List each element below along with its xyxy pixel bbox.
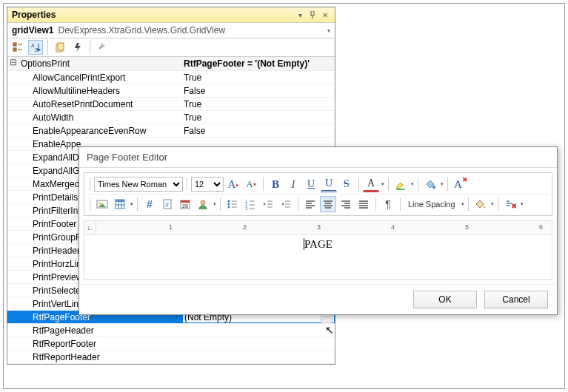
line-spacing-button[interactable]: Line Spacing [404,196,459,212]
insert-image-icon[interactable] [94,196,110,212]
align-justify-icon[interactable] [355,196,372,212]
chevron-down-icon: ▾ [327,27,330,34]
property-row[interactable]: AutoWidthTrue [7,111,335,124]
font-color-icon[interactable]: A [363,176,379,192]
category-row[interactable]: ⊟ OptionsPrint RtfPageFooter = '(Not Emp… [7,57,335,71]
double-underline-icon[interactable]: U [321,176,337,192]
pilcrow-icon[interactable]: ¶ [380,196,396,212]
numbering-icon[interactable]: 123 [242,196,258,212]
property-value[interactable]: True [182,112,335,124]
events-icon[interactable] [70,40,85,55]
pin-icon[interactable] [307,10,318,20]
property-value[interactable]: True [182,72,335,84]
properties-toolbar: AZ [7,38,335,57]
property-value[interactable] [182,330,335,331]
highlight-icon[interactable] [392,176,409,192]
ruler-mark: 1 [169,223,173,231]
ruler-mark: 2 [243,223,247,231]
wrench-icon[interactable] [95,40,110,55]
align-left-icon[interactable] [302,196,318,212]
property-row[interactable]: AllowMultilineHeadersFalse [7,84,335,98]
category-label: OptionsPrint [19,57,182,70]
svg-rect-3 [13,48,16,51]
italic-icon[interactable]: I [285,176,301,192]
font-family-select[interactable]: Times New Roman [94,177,183,192]
editor-content: PAGE [304,238,333,250]
svg-point-66 [483,206,485,209]
svg-marker-12 [75,43,81,52]
close-icon[interactable]: ✕ [320,10,330,20]
svg-marker-46 [281,203,284,206]
strikethrough-icon[interactable]: S [338,176,355,192]
property-value[interactable]: False [182,85,335,97]
property-label: AutoWidth [19,112,182,124]
clear-all-icon[interactable]: ✖ [502,196,518,212]
page-count-icon[interactable]: # [159,196,176,212]
indent-icon[interactable] [278,196,294,212]
property-label: RtfReportFooter [19,338,182,350]
clear-format-icon[interactable]: A✖ [452,176,470,192]
insert-table-icon[interactable] [112,196,128,212]
svg-marker-13 [397,183,403,189]
svg-text:#: # [165,201,169,209]
property-value[interactable] [182,343,335,345]
ruler[interactable]: ∟ 123456 [84,220,552,235]
property-label: AutoResetPrintDocument [19,98,182,110]
property-row[interactable]: RtfPageHeader [7,324,335,337]
dropdown-icon[interactable]: ▾ [295,10,305,20]
property-row[interactable]: EnableAppearanceEvenRowFalse [7,124,335,138]
outdent-icon[interactable] [260,196,276,212]
property-label: AllowMultilineHeaders [19,85,182,97]
increase-font-icon[interactable]: A▴ [225,176,241,192]
date-icon[interactable]: 28 [177,196,193,212]
dialog-toolbar: Times New Roman 12 A▴ A▾ B I U U S A▾ ▾ … [84,172,552,216]
tab-selector-icon[interactable]: ∟ [84,221,96,234]
alphabetical-icon[interactable]: AZ [28,40,43,55]
property-row[interactable]: RtfReportFooter [7,337,335,351]
svg-point-17 [99,203,101,205]
ok-button[interactable]: OK [413,291,477,308]
svg-rect-2 [13,43,16,46]
ruler-mark: 5 [465,223,469,231]
align-center-icon[interactable] [320,196,336,212]
paint-bucket-icon[interactable] [472,196,489,212]
svg-rect-14 [396,189,405,190]
svg-text:28: 28 [182,203,188,209]
font-size-select[interactable]: 12 [191,177,224,192]
property-value[interactable]: True [182,98,335,110]
property-label: EnableAppearanceEvenRow [19,125,182,137]
categorized-icon[interactable] [10,40,25,55]
svg-marker-42 [264,203,266,206]
svg-point-30 [228,200,230,203]
property-row[interactable]: AllowCancelPrintExportTrue [7,71,335,84]
object-type: DevExpress.XtraGrid.Views.Grid.GridView [58,25,327,36]
property-label: RtfReportHeader [19,351,182,363]
properties-title: Properties [12,10,293,20]
property-row[interactable]: RtfReportHeader [7,351,335,364]
property-value[interactable] [182,356,335,358]
object-selector[interactable]: gridView1 DevExpress.XtraGrid.Views.Grid… [7,23,335,38]
bold-icon[interactable]: B [267,176,284,192]
property-value[interactable] [182,143,335,145]
user-icon[interactable] [195,196,211,212]
property-label: RtfPageHeader [19,325,182,337]
cancel-button[interactable]: Cancel [484,291,548,308]
ruler-mark: 6 [539,223,543,231]
property-value[interactable]: False [182,125,335,137]
align-right-icon[interactable] [338,196,354,212]
svg-rect-27 [181,200,190,203]
underline-icon[interactable]: U [303,176,319,192]
svg-rect-20 [116,200,124,202]
svg-rect-0 [311,11,314,16]
page-footer-editor-dialog: Page Footer Editor Times New Roman 12 A▴… [78,146,558,315]
pages-icon[interactable] [53,40,67,55]
collapse-icon[interactable]: ⊟ [7,57,19,70]
property-row[interactable]: AutoResetPrintDocumentTrue [7,98,335,111]
editor-area[interactable]: PAGE [84,235,552,280]
svg-point-31 [228,203,230,206]
shading-icon[interactable] [422,176,438,192]
decrease-font-icon[interactable]: A▾ [243,176,259,192]
bullets-icon[interactable] [224,196,241,212]
object-name: gridView1 [12,25,53,36]
page-number-icon[interactable]: # [141,196,158,212]
